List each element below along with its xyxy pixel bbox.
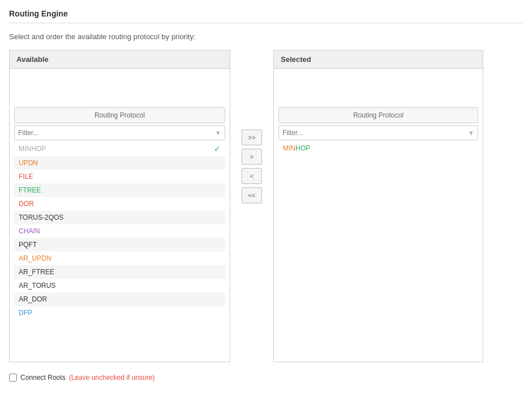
list-item[interactable]: CHAIN — [14, 224, 225, 238]
connect-roots-hint: (Leave unchecked if unsure) — [69, 374, 154, 382]
page-title: Routing Engine — [9, 9, 523, 23]
minhop-part1: MIN — [283, 144, 295, 152]
page-container: Routing Engine Select and order the avai… — [0, 0, 532, 402]
list-item[interactable]: FTREE — [14, 183, 225, 197]
dual-list-container: Available Routing Protocol ▼ MINHOP ✓ UP… — [9, 50, 523, 362]
move-right-button[interactable]: > — [242, 149, 262, 165]
available-filter-icon: ▼ — [215, 129, 221, 136]
instruction-text: Select and order the available routing p… — [9, 32, 523, 41]
list-item[interactable]: PQFT — [14, 238, 225, 252]
list-item[interactable]: FILE — [14, 170, 225, 183]
selected-filter-row: ▼ — [278, 125, 478, 140]
selected-panel-header: Selected — [274, 51, 483, 69]
selected-filter-input[interactable] — [282, 127, 468, 139]
selected-list-items: MINHOP — [278, 141, 478, 155]
selected-panel: Selected Routing Protocol ▼ MINHOP — [273, 50, 483, 362]
move-left-button[interactable]: < — [242, 168, 262, 184]
move-all-left-button[interactable]: << — [242, 187, 262, 203]
list-item[interactable]: DOR — [14, 197, 225, 211]
selected-filter-icon: ▼ — [468, 129, 474, 136]
available-filter-input[interactable] — [18, 127, 215, 139]
available-panel: Available Routing Protocol ▼ MINHOP ✓ UP… — [9, 50, 230, 362]
available-panel-body: Routing Protocol ▼ MINHOP ✓ UPDN FILE FT… — [10, 69, 230, 324]
list-item[interactable]: AR_TORUS — [14, 279, 225, 292]
list-item[interactable]: MINHOP ✓ — [14, 141, 225, 156]
list-item[interactable]: MINHOP — [278, 141, 478, 155]
list-item[interactable]: AR_DOR — [14, 292, 225, 306]
connect-roots-label[interactable]: Connect Roots (Leave unchecked if unsure… — [9, 374, 155, 382]
list-item[interactable]: TORUS-2QOS — [14, 211, 225, 224]
connect-roots-text: Connect Roots — [20, 374, 65, 382]
available-panel-header: Available — [10, 51, 230, 69]
available-filter-row: ▼ — [14, 125, 225, 140]
selected-empty-space — [278, 73, 478, 107]
selected-panel-body: Routing Protocol ▼ MINHOP — [274, 69, 483, 160]
list-item[interactable]: UPDN — [14, 156, 225, 170]
available-routing-protocol-label: Routing Protocol — [14, 107, 225, 123]
move-all-right-button[interactable]: >> — [242, 129, 262, 145]
available-empty-space — [14, 73, 225, 107]
available-list-items: MINHOP ✓ UPDN FILE FTREE DOR TORUS-2QOS … — [14, 141, 225, 320]
footer-section: Connect Roots (Leave unchecked if unsure… — [9, 374, 523, 382]
list-item[interactable]: DFP — [14, 306, 225, 320]
transfer-buttons-container: >> > < << — [230, 50, 273, 203]
minhop-part2: HOP — [295, 144, 310, 152]
check-icon: ✓ — [214, 144, 221, 153]
list-item[interactable]: AR_FTREE — [14, 265, 225, 279]
list-item[interactable]: AR_UPDN — [14, 252, 225, 265]
selected-routing-protocol-label: Routing Protocol — [278, 107, 478, 123]
connect-roots-checkbox[interactable] — [9, 374, 17, 382]
